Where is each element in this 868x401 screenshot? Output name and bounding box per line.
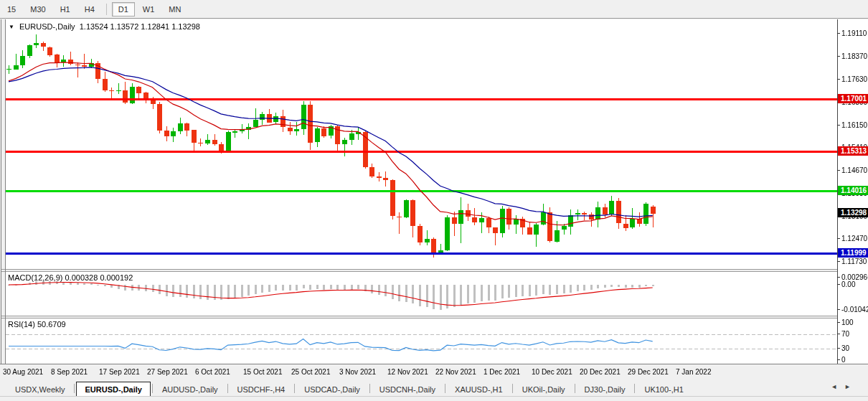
chart-tab-eurusd-daily[interactable]: EURUSD-,Daily — [76, 382, 150, 396]
tab-separator — [445, 384, 445, 393]
time-axis-label: 22 Nov 2021 — [435, 368, 476, 376]
chart-tab-ukoil-daily[interactable]: UKOil-,Daily — [514, 382, 573, 396]
time-axis-label: 8 Sep 2021 — [51, 368, 88, 376]
main-chart-canvas[interactable] — [6, 19, 837, 269]
tab-separator — [227, 384, 228, 393]
timeframe-button-mn[interactable]: MN — [162, 2, 187, 16]
rsi-panel — [6, 319, 838, 364]
tab-separator — [575, 384, 575, 393]
timeframe-button-d1[interactable]: D1 — [112, 2, 135, 16]
toolbar-separator — [106, 4, 107, 15]
macd-indicator-label: MACD(12,26,9) 0.000328 0.000192 — [8, 273, 133, 282]
axis-divider — [0, 364, 868, 364]
chart-title: ▼ EURUSD-,Daily 1.13524 1.13572 1.12841 … — [9, 22, 200, 31]
rsi-canvas[interactable] — [6, 319, 837, 364]
time-axis-label: 6 Oct 2021 — [195, 368, 230, 376]
time-axis-label: 20 Dec 2021 — [580, 368, 621, 376]
chart-ohlc-readout: 1.13524 1.13572 1.12841 1.13298 — [80, 22, 200, 31]
chart-right-border — [837, 19, 838, 364]
timeframe-button-m30[interactable]: M30 — [24, 2, 52, 16]
mt4-window: 15M30H1H4D1W1MN ▼ EURUSD-,Daily 1.13524 … — [0, 0, 868, 401]
timeframe-button-w1[interactable]: W1 — [136, 2, 161, 16]
time-axis-label: 10 Dec 2021 — [532, 368, 572, 376]
tab-separator — [294, 384, 295, 393]
time-axis-label: 15 Oct 2021 — [243, 368, 282, 376]
rsi-indicator-label: RSI(14) 50.6709 — [8, 320, 66, 329]
chart-dropdown-icon[interactable]: ▼ — [9, 24, 14, 30]
chart-tab-uk100-h1[interactable]: UK100-,H1 — [636, 382, 691, 396]
price-axis — [838, 19, 868, 364]
main-chart-panel — [6, 19, 838, 269]
tab-scroll-arrows: ◄► — [831, 383, 858, 390]
tab-separator — [512, 384, 513, 393]
timeframe-button-h4[interactable]: H4 — [78, 2, 101, 16]
timeframe-toolbar: 15M30H1H4D1W1MN — [0, 0, 868, 19]
tab-scroll-right-icon[interactable]: ► — [844, 383, 858, 390]
tab-separator — [152, 384, 153, 393]
chart-symbol-label: EURUSD-,Daily — [19, 22, 75, 31]
tab-separator — [369, 384, 370, 393]
chart-left-border — [5, 19, 6, 364]
chart-tab-usdcad-daily[interactable]: USDCAD-,Daily — [296, 382, 368, 396]
timeframe-button-15[interactable]: 15 — [1, 2, 22, 16]
time-axis-label: 1 Dec 2021 — [483, 368, 520, 376]
time-axis-label: 12 Nov 2021 — [387, 368, 428, 376]
chart-tab-xauusd-h1[interactable]: XAUUSD-,H1 — [447, 382, 511, 396]
time-axis-label: 25 Oct 2021 — [291, 368, 330, 376]
chart-tab-bar: USDX,WeeklyEURUSD-,DailyAUDUSD-,DailyUSD… — [0, 379, 868, 396]
chart-tab-audusd-daily[interactable]: AUDUSD-,Daily — [154, 382, 226, 396]
tab-separator — [74, 384, 75, 393]
tab-separator — [634, 384, 635, 393]
time-axis-label: 29 Dec 2021 — [628, 368, 669, 376]
time-axis-label: 17 Sep 2021 — [99, 368, 140, 376]
window-left-edge — [1, 19, 1, 364]
time-axis-label: 30 Aug 2021 — [3, 368, 43, 376]
time-axis-label: 27 Sep 2021 — [147, 368, 188, 376]
timeframe-button-h1[interactable]: H1 — [54, 2, 77, 16]
chart-tab-dj30-daily[interactable]: DJ30-,Daily — [577, 382, 633, 396]
time-axis-label: 7 Jan 2022 — [676, 368, 712, 376]
chart-tab-usdcnh-daily[interactable]: USDCNH-,Daily — [372, 382, 443, 396]
bottom-strip — [0, 396, 868, 401]
chart-tab-usdchf-h4[interactable]: USDCHF-,H4 — [230, 382, 293, 396]
chart-tab-usdx-weekly[interactable]: USDX,Weekly — [7, 382, 72, 396]
time-axis-label: 3 Nov 2021 — [339, 368, 376, 376]
tab-scroll-left-icon[interactable]: ◄ — [831, 383, 844, 390]
